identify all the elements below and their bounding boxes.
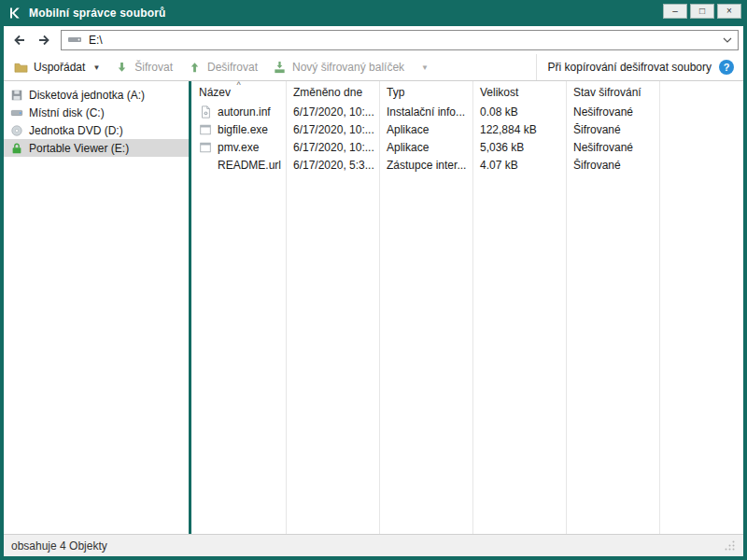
dvd-icon	[10, 124, 23, 137]
column-header-size[interactable]: Velikost	[472, 81, 566, 103]
new-encrypted-package-button[interactable]: Nový šifrovaný balíček	[266, 58, 411, 77]
table-row[interactable]: README.url 6/17/2020, 5:3... Zástupce in…	[191, 156, 743, 174]
back-button[interactable]	[8, 30, 31, 50]
address-bar[interactable]: E:\	[61, 30, 739, 50]
toolbar: Uspořádat ▼ Šifrovat Dešifrovat Nový šif…	[4, 54, 743, 81]
organize-button[interactable]: Uspořádat ▼	[7, 58, 106, 77]
table-header: ^ Název Změněno dne Typ Velikost Stav ši…	[191, 81, 743, 103]
column-divider[interactable]	[472, 81, 473, 534]
sidebar-item-drive-c[interactable]: Místní disk (C:)	[4, 104, 189, 121]
column-divider[interactable]	[286, 81, 287, 534]
decrypt-arrow-up-icon	[188, 61, 202, 75]
package-arrow-icon	[273, 61, 287, 75]
app-window: Mobilní správce souborů – □ × E:\	[0, 0, 747, 560]
column-divider[interactable]	[379, 81, 380, 534]
chevron-down-icon: ▼	[92, 63, 100, 72]
navigation-bar: E:\	[4, 26, 743, 54]
hdd-icon	[10, 106, 23, 119]
encrypt-button[interactable]: Šifrovat	[108, 58, 179, 77]
folder-icon	[14, 61, 28, 75]
application-icon	[199, 141, 212, 154]
window-body: E:\ Uspořádat ▼ Šifrovat Dešifrovat	[4, 26, 743, 556]
file-icon-placeholder	[199, 159, 212, 172]
column-divider[interactable]	[566, 81, 567, 534]
address-text: E:\	[89, 34, 716, 47]
status-bar: obsahuje 4 Objekty	[4, 534, 743, 556]
file-list-area: ^ Název Změněno dne Typ Velikost Stav ši…	[191, 81, 743, 534]
kaspersky-logo-icon	[7, 6, 22, 21]
sidebar-item-drive-e[interactable]: Portable Viewer (E:)	[4, 139, 189, 157]
close-button[interactable]: ×	[717, 4, 741, 19]
drive-icon	[67, 32, 82, 49]
column-header-encryption-status[interactable]: Stav šifrování	[566, 81, 659, 103]
table-row[interactable]: autorun.inf 6/17/2020, 10:... Instalační…	[191, 103, 743, 120]
chevron-down-icon[interactable]	[723, 37, 732, 43]
main-area: Disketová jednotka (A:) Místní disk (C:)…	[4, 81, 743, 534]
column-header-modified[interactable]: Změněno dne	[286, 81, 379, 103]
maximize-button[interactable]: □	[690, 4, 714, 19]
table-row[interactable]: bigfile.exe 6/17/2020, 10:... Aplikace 1…	[191, 120, 743, 138]
sidebar-item-drive-a[interactable]: Disketová jednotka (A:)	[4, 86, 189, 104]
column-header-name[interactable]: ^ Název	[191, 81, 286, 103]
toolbar-right-group: Při kopírování dešifrovat soubory ?	[536, 54, 740, 80]
copy-decrypt-label: Při kopírování dešifrovat soubory	[548, 61, 712, 74]
forward-button[interactable]	[33, 30, 55, 50]
column-divider[interactable]	[659, 81, 660, 534]
application-icon	[199, 123, 212, 136]
sidebar-item-drive-d[interactable]: Jednotka DVD (D:)	[4, 121, 189, 139]
window-controls: – □ ×	[663, 4, 741, 19]
column-header-type[interactable]: Typ	[379, 81, 472, 103]
resize-grip-icon[interactable]	[724, 539, 736, 552]
chevron-down-icon: ▼	[421, 63, 429, 72]
decrypt-button[interactable]: Dešifrovat	[181, 58, 264, 77]
encrypt-arrow-down-icon	[115, 61, 129, 75]
setup-info-icon	[199, 105, 212, 119]
window-title: Mobilní správce souborů	[29, 7, 166, 20]
more-actions-dropdown[interactable]: ▼	[413, 61, 435, 75]
table-row[interactable]: pmv.exe 6/17/2020, 10:... Aplikace 5,036…	[191, 138, 743, 156]
help-info-icon[interactable]: ?	[719, 60, 734, 75]
drives-sidebar: Disketová jednotka (A:) Místní disk (C:)…	[4, 81, 189, 534]
lock-icon	[10, 142, 23, 155]
sort-ascending-icon: ^	[236, 81, 240, 90]
floppy-icon	[10, 89, 23, 102]
status-text: obsahuje 4 Objekty	[11, 539, 107, 553]
titlebar: Mobilní správce souborů – □ ×	[0, 0, 747, 26]
minimize-button[interactable]: –	[663, 4, 687, 19]
